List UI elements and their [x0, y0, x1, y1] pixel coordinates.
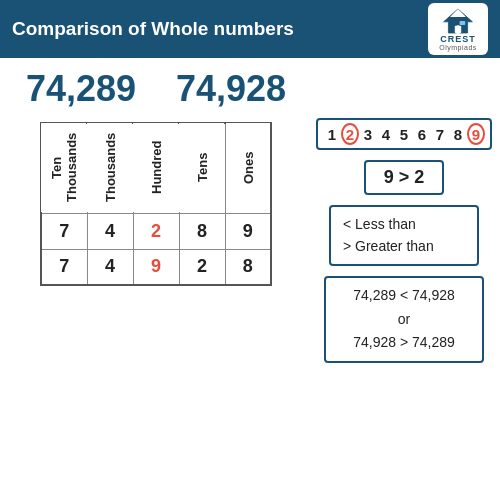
left-number: 74,289: [26, 68, 136, 110]
r2c5: 8: [225, 249, 271, 285]
digit-8: 8: [449, 123, 467, 145]
header-title: Comparison of Whole numbers: [12, 18, 294, 40]
legend-less-than: < Less than: [343, 213, 465, 235]
header: Comparison of Whole numbers CREST Olympi…: [0, 0, 500, 58]
place-value-table: Ten Thousands Thousands Hundred Tens One…: [40, 122, 272, 286]
col-header-ones: Ones: [225, 123, 271, 213]
digit-3: 3: [359, 123, 377, 145]
svg-marker-1: [450, 9, 466, 17]
r2c3: 9: [133, 249, 179, 285]
col-header-hundred: Hundred: [133, 123, 179, 213]
r2c4: 2: [179, 249, 225, 285]
r1c2: 4: [87, 213, 133, 249]
legend-greater-than: > Greater than: [343, 235, 465, 257]
digit-9-circled: 9: [467, 123, 485, 145]
digit-2-circled: 2: [341, 123, 359, 145]
svg-rect-3: [460, 21, 466, 25]
left-section: 74,289 74,928 Ten Thousands Thousands Hu…: [6, 68, 306, 363]
table-row-2: 7 4 9 2 8: [41, 249, 271, 285]
right-section: 1 2 3 4 5 6 7 8 9 9 > 2 < Less than > Gr…: [314, 68, 494, 363]
r2c1: 7: [41, 249, 87, 285]
r1c4: 8: [179, 213, 225, 249]
r2c2: 4: [87, 249, 133, 285]
logo: CREST Olympiads: [428, 3, 488, 55]
digit-6: 6: [413, 123, 431, 145]
logo-icon: [442, 7, 474, 35]
result-line2: or: [336, 308, 472, 332]
digit-5: 5: [395, 123, 413, 145]
main-content: 74,289 74,928 Ten Thousands Thousands Hu…: [0, 58, 500, 369]
digit-7: 7: [431, 123, 449, 145]
col-header-ten-thousands: Ten Thousands: [41, 123, 87, 213]
r1c3: 2: [133, 213, 179, 249]
col-header-tens: Tens: [179, 123, 225, 213]
right-number: 74,928: [176, 68, 286, 110]
logo-text: CREST: [440, 35, 476, 44]
digit-comparison-row: 1 2 3 4 5 6 7 8 9: [316, 118, 492, 150]
digit-4: 4: [377, 123, 395, 145]
numbers-row: 74,289 74,928: [6, 68, 306, 110]
result-line1: 74,289 < 74,928: [336, 284, 472, 308]
digit-1: 1: [323, 123, 341, 145]
svg-rect-2: [455, 26, 461, 33]
col-header-thousands: Thousands: [87, 123, 133, 213]
legend-box: < Less than > Greater than: [329, 205, 479, 266]
result-line3: 74,928 > 74,289: [336, 331, 472, 355]
r1c1: 7: [41, 213, 87, 249]
result-box: 74,289 < 74,928 or 74,928 > 74,289: [324, 276, 484, 363]
table-row-1: 7 4 2 8 9: [41, 213, 271, 249]
comparison-box: 9 > 2: [364, 160, 445, 195]
logo-sub: Olympiads: [439, 44, 477, 51]
r1c5: 9: [225, 213, 271, 249]
